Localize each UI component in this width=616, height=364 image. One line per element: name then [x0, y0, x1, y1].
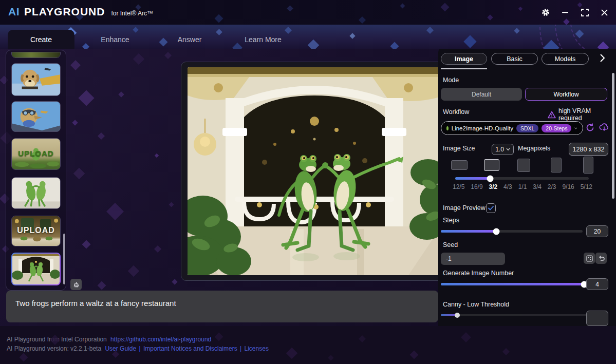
deco-diamond: [461, 332, 471, 342]
deco-diamond: [20, 353, 28, 362]
steps-slider-thumb[interactable]: [493, 228, 500, 235]
deco-diamond: [426, 27, 434, 34]
titlebar: AI PLAYGROUND for Intel® Arc™: [0, 0, 616, 25]
minimize-icon[interactable]: [557, 5, 573, 20]
thumbnail-frogs-dancing[interactable]: [11, 177, 61, 209]
reset-seed-undo-icon[interactable]: [595, 253, 607, 264]
settings-gear-icon[interactable]: [538, 5, 553, 20]
steps-value-text: 20: [594, 228, 601, 235]
clear-broom-button[interactable]: [70, 279, 82, 290]
thumbnail-upload-restaurant[interactable]: UPLOAD: [11, 216, 61, 246]
maximize-icon[interactable]: [577, 5, 592, 20]
seed-input[interactable]: -1: [441, 253, 505, 265]
steps-slider-fill: [441, 230, 496, 233]
workflow-dropdown[interactable]: Line2Image-HD-Quality SDXL 20-Steps: [441, 121, 583, 135]
deco-diamond: [286, 348, 298, 359]
ratio-16-9[interactable]: 16/9: [471, 183, 482, 190]
workflow-label: Workflow: [443, 108, 469, 116]
vram-warning: high VRAM required: [548, 107, 616, 122]
steps-value[interactable]: 20: [586, 225, 608, 237]
nav-tabbar: Create Enhance Answer Learn More: [0, 25, 616, 49]
deco-diamond: [133, 53, 145, 65]
ratio-box-wide[interactable]: [451, 160, 468, 170]
ratio-2-3[interactable]: 2/3: [548, 183, 556, 190]
tab-answer[interactable]: Answer: [156, 30, 223, 49]
workflow-refresh-icon[interactable]: [585, 123, 595, 134]
chevron-down-icon: [506, 148, 510, 151]
panel-tab-models[interactable]: Models: [542, 53, 589, 65]
close-icon[interactable]: [596, 5, 612, 20]
workflow-download-icon[interactable]: [599, 123, 609, 134]
thumbnail-partial[interactable]: [11, 52, 61, 58]
ratio-5-12[interactable]: 5/12: [581, 183, 592, 190]
megapixels-value: 1.0: [495, 146, 504, 153]
thumbnail-frogs-upload-green[interactable]: UPLOAD: [11, 138, 61, 170]
ratio-box-3-2-selected[interactable]: [484, 159, 499, 171]
deco-diamond: [70, 60, 81, 70]
random-seed-dice-icon[interactable]: [584, 253, 595, 264]
panel-tab-basic[interactable]: Basic: [491, 53, 538, 65]
canny-low-slider[interactable]: [441, 314, 588, 316]
ratio-slider-thumb[interactable]: [487, 175, 494, 182]
resolution-text: 1280 x 832: [573, 146, 605, 153]
warning-triangle-icon: [548, 111, 556, 119]
tab-enhance-label: Enhance: [101, 35, 129, 44]
generate-number-slider[interactable]: [441, 283, 588, 285]
thumbnail-frogs-restaurant-selected[interactable]: [11, 253, 61, 285]
thumbnail-dog-pilot[interactable]: [11, 101, 61, 132]
ratio-12-5[interactable]: 12/5: [453, 183, 464, 190]
tab-create[interactable]: Create: [8, 30, 74, 49]
deco-swirl-ring: [539, 25, 616, 49]
ratio-4-3[interactable]: 4/3: [503, 183, 512, 190]
mode-default-button[interactable]: Default: [441, 88, 522, 101]
ratio-9-16[interactable]: 9/16: [562, 183, 574, 190]
deco-diamond: [98, 132, 105, 140]
thumbnail-sidebar: UPLOAD: [6, 50, 66, 291]
steps-slider[interactable]: [441, 230, 583, 233]
ratio-box-portrait[interactable]: [551, 158, 562, 173]
licenses-link[interactable]: Licenses: [245, 345, 269, 352]
main-content: UPLOAD: [0, 49, 616, 326]
mode-default-label: Default: [472, 91, 491, 98]
megapixels-select[interactable]: 1.0: [492, 144, 514, 155]
prompt-text: Two frogs perform a waltz at a fancy res…: [15, 299, 176, 308]
deco-diamond: [215, 14, 223, 23]
resolution-value[interactable]: 1280 x 832: [569, 143, 608, 156]
mode-workflow-label: Workflow: [553, 91, 578, 98]
sidebar-scrollbar[interactable]: [63, 234, 65, 284]
ratio-3-4[interactable]: 3/4: [533, 183, 542, 190]
panel-tab-image[interactable]: Image: [441, 53, 487, 65]
github-link[interactable]: https://github.com/intel/ai-playground: [110, 336, 211, 343]
deco-diamond: [463, 35, 476, 48]
upload-text: UPLOAD: [12, 226, 60, 235]
generated-image[interactable]: [188, 67, 441, 275]
notices-link[interactable]: Important Notices and Disclaimers: [143, 345, 237, 352]
ratio-box-tall[interactable]: [583, 157, 593, 174]
deco-diamond: [487, 14, 493, 20]
prompt-input[interactable]: Two frogs perform a waltz at a fancy res…: [6, 291, 438, 322]
panel-tab-models-label: Models: [555, 55, 575, 63]
tab-answer-label: Answer: [178, 35, 202, 44]
image-preview-checkbox[interactable]: [486, 203, 496, 213]
thumbnail-dog-plane[interactable]: [11, 63, 61, 96]
ratio-box-square[interactable]: [517, 159, 530, 172]
ratio-1-1[interactable]: 1/1: [518, 183, 527, 190]
canny-low-value[interactable]: [586, 311, 608, 326]
tab-learn-more[interactable]: Learn More: [230, 30, 296, 49]
footer-line1: AI Playground from Intel Corporation htt…: [7, 336, 211, 343]
panel-scrollbar[interactable]: [612, 73, 614, 199]
thumbnail-image: [12, 178, 60, 208]
deco-diamond: [359, 16, 366, 24]
tab-enhance[interactable]: Enhance: [82, 30, 148, 49]
mode-workflow-button[interactable]: Workflow: [525, 88, 607, 101]
workflow-selected-name: Line2Image-HD-Quality: [452, 125, 513, 131]
canny-low-thumb[interactable]: [455, 313, 460, 318]
generate-number-value-text: 4: [595, 281, 599, 288]
panel-expand-chevron-right-icon[interactable]: [599, 53, 606, 65]
generate-number-label: Generate Image Number: [443, 270, 514, 277]
user-guide-link[interactable]: User Guide: [105, 345, 136, 352]
deco-diamond: [410, 351, 419, 359]
ratio-slider[interactable]: [455, 177, 589, 180]
generate-number-value[interactable]: 4: [586, 278, 608, 290]
ratio-3-2[interactable]: 3/2: [489, 183, 498, 190]
